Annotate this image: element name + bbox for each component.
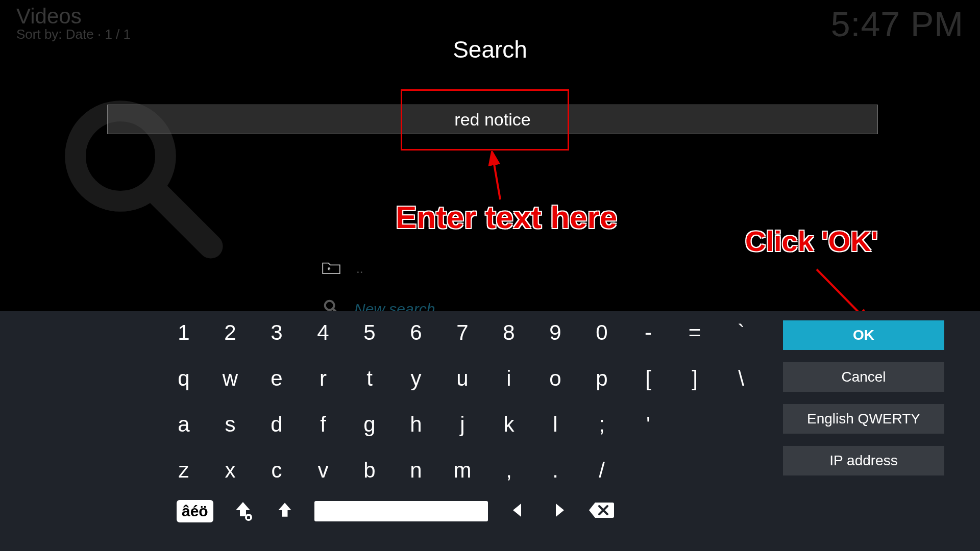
- key-backslash[interactable]: \: [731, 366, 751, 391]
- key-i[interactable]: i: [499, 366, 519, 391]
- triangle-right-icon: [551, 502, 568, 521]
- keyboard-row-3: a s d f g h j k l ; ': [174, 412, 751, 437]
- key-backtick[interactable]: `: [731, 320, 751, 345]
- dialog-title: Search: [0, 36, 980, 63]
- key-2[interactable]: 2: [220, 320, 240, 345]
- key-v[interactable]: v: [313, 458, 333, 483]
- key-space[interactable]: [314, 501, 488, 521]
- key-b[interactable]: b: [359, 458, 380, 483]
- key-period[interactable]: .: [545, 458, 566, 483]
- keyboard-bottom-row: âéö: [177, 499, 614, 523]
- key-p[interactable]: p: [592, 366, 612, 391]
- key-q[interactable]: q: [174, 366, 194, 391]
- key-semicolon[interactable]: ;: [592, 412, 612, 437]
- key-c[interactable]: c: [266, 458, 287, 483]
- key-8[interactable]: 8: [499, 320, 519, 345]
- key-bracket-close[interactable]: ]: [684, 366, 705, 391]
- key-h[interactable]: h: [406, 412, 426, 437]
- key-slash[interactable]: /: [592, 458, 612, 483]
- keyboard-row-4: z x c v b n m , . /: [174, 458, 751, 483]
- key-z[interactable]: z: [174, 458, 194, 483]
- key-e[interactable]: e: [266, 366, 287, 391]
- key-shift[interactable]: [273, 499, 297, 523]
- key-m[interactable]: m: [452, 458, 473, 483]
- cancel-button[interactable]: Cancel: [783, 362, 944, 392]
- triangle-left-icon: [509, 502, 526, 521]
- key-t[interactable]: t: [359, 366, 380, 391]
- key-f[interactable]: f: [313, 412, 333, 437]
- key-r[interactable]: r: [313, 366, 333, 391]
- shift-icon: [275, 500, 295, 522]
- svg-rect-7: [248, 516, 249, 517]
- key-1[interactable]: 1: [174, 320, 194, 345]
- key-g[interactable]: g: [359, 412, 380, 437]
- key-y[interactable]: y: [406, 366, 426, 391]
- caps-lock-icon: [232, 499, 254, 523]
- backspace-icon: [588, 500, 615, 522]
- key-a[interactable]: a: [174, 412, 194, 437]
- key-6[interactable]: 6: [406, 320, 426, 345]
- key-cursor-left[interactable]: [505, 499, 530, 523]
- key-cursor-right[interactable]: [547, 499, 572, 523]
- key-7[interactable]: 7: [452, 320, 473, 345]
- search-input[interactable]: red notice: [107, 105, 878, 134]
- key-4[interactable]: 4: [313, 320, 333, 345]
- onscreen-keyboard: 1 2 3 4 5 6 7 8 9 0 - = ` q w e r t y u …: [0, 311, 980, 551]
- key-o[interactable]: o: [545, 366, 566, 391]
- key-9[interactable]: 9: [545, 320, 566, 345]
- key-d[interactable]: d: [266, 412, 287, 437]
- key-w[interactable]: w: [220, 366, 240, 391]
- key-capslock[interactable]: [231, 499, 255, 523]
- key-s[interactable]: s: [220, 412, 240, 437]
- list-item-back[interactable]: ..: [322, 260, 363, 278]
- keyboard-rows: 1 2 3 4 5 6 7 8 9 0 - = ` q w e r t y u …: [174, 320, 751, 483]
- section-title: Videos: [16, 4, 131, 29]
- key-j[interactable]: j: [452, 412, 473, 437]
- ip-address-button[interactable]: IP address: [783, 446, 944, 475]
- search-input-value: red notice: [108, 110, 877, 130]
- key-apostrophe[interactable]: ': [638, 412, 658, 437]
- list-item-label: ..: [356, 262, 363, 276]
- keyboard-side-buttons: OK Cancel English QWERTY IP address: [783, 320, 944, 475]
- keyboard-layout-button[interactable]: English QWERTY: [783, 404, 944, 434]
- key-bracket-open[interactable]: [: [638, 366, 658, 391]
- key-n[interactable]: n: [406, 458, 426, 483]
- folder-back-icon: [322, 260, 341, 278]
- annotation-enter-text: Enter text here: [396, 199, 617, 235]
- key-k[interactable]: k: [499, 412, 519, 437]
- annotation-click-ok: Click 'OK': [745, 224, 878, 258]
- svg-line-1: [159, 194, 211, 246]
- key-accents[interactable]: âéö: [177, 500, 213, 522]
- keyboard-row-1: 1 2 3 4 5 6 7 8 9 0 - = `: [174, 320, 751, 345]
- key-equals[interactable]: =: [684, 320, 705, 345]
- key-x[interactable]: x: [220, 458, 240, 483]
- key-comma[interactable]: ,: [499, 458, 519, 483]
- ok-button[interactable]: OK: [783, 320, 944, 350]
- key-l[interactable]: l: [545, 412, 566, 437]
- key-5[interactable]: 5: [359, 320, 380, 345]
- keyboard-row-2: q w e r t y u i o p [ ] \: [174, 366, 751, 391]
- key-0[interactable]: 0: [592, 320, 612, 345]
- key-3[interactable]: 3: [266, 320, 287, 345]
- key-minus[interactable]: -: [638, 320, 658, 345]
- key-backspace[interactable]: [589, 499, 614, 523]
- key-u[interactable]: u: [452, 366, 473, 391]
